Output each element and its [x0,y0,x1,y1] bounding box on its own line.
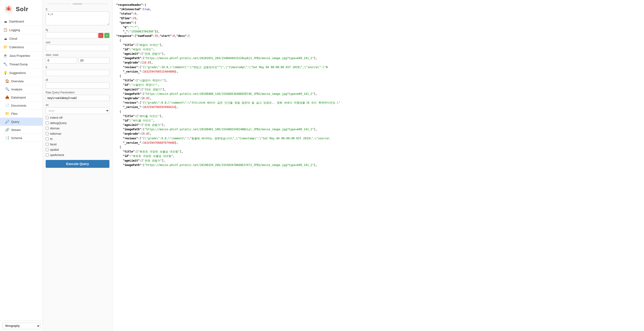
indent-off-label[interactable]: indent off [50,116,62,119]
sub-nav-dataimport-label: Dataimport [11,96,26,99]
thread-dump-icon: 🔧 [3,62,8,66]
sub-nav-query-label: Query [11,120,19,124]
fl-label: fl [46,66,110,69]
query-icon: 🔎 [5,120,9,124]
nav-suggestions[interactable]: 💡 Suggestions [0,68,43,77]
fq-remove-button[interactable]: - [98,33,104,38]
hl-checkbox[interactable] [46,138,49,140]
debug-query-row: debugQuery [46,121,110,125]
spellcheck-row: spellcheck [46,153,110,157]
analysis-icon: 🔍 [5,87,9,91]
spellcheck-checkbox[interactable] [46,154,49,156]
q-input[interactable]: *:* [46,11,110,25]
sub-nav-query[interactable]: 🔎 Query [0,118,43,126]
sub-nav-overview[interactable]: 🏠 Overview [0,77,43,85]
dismax-checkbox[interactable] [46,127,49,130]
files-icon: 📁 [5,112,9,116]
hl-label[interactable]: hl [50,137,52,141]
rows-input[interactable] [78,57,110,64]
nav-cloud-label: Cloud [9,37,17,40]
fq-add-button[interactable]: + [104,33,110,38]
debug-query-checkbox[interactable] [46,122,49,124]
dataimport-icon: 📥 [5,95,9,100]
core-selector[interactable]: filmography [2,323,40,329]
schema-icon: 📑 [5,136,9,140]
common-section-title: common [46,2,110,5]
nav-java-properties-label: Java Properties [9,54,30,58]
indent-off-row: indent off [46,116,110,119]
sub-nav-dataimport[interactable]: 📥 Dataimport [0,94,43,102]
suggestions-icon: 💡 [3,71,8,75]
sub-nav-stream-label: Stream [11,128,21,132]
core-selector-area: filmography [0,320,43,331]
solr-logo-icon [4,4,14,14]
facet-label[interactable]: facet [50,142,56,146]
spellcheck-label[interactable]: spellcheck [50,153,64,157]
start-input[interactable] [46,57,77,64]
debug-query-label[interactable]: debugQuery [50,121,67,125]
nav-dashboard-label: Dashboard [9,20,24,23]
sub-nav-analysis-label: Analysis [11,88,22,91]
overview-icon: 🏠 [5,79,9,83]
wt-select[interactable]: ------ json xml csv [46,107,110,114]
sub-nav-schema[interactable]: 📑 Schema [0,134,43,142]
facet-checkbox[interactable] [46,143,49,146]
nav-dashboard[interactable]: ☁ Dashboard [0,17,43,26]
sub-nav-schema-label: Schema [11,136,22,140]
collections-icon: 📁 [3,45,8,49]
nav-thread-dump[interactable]: 🔧 Thread Dump [0,60,43,68]
sidebar: Solr ☁ Dashboard 📋 Logging ☁ Cloud 📁 Col… [0,0,43,331]
documents-icon: 📄 [5,104,9,108]
indent-off-checkbox[interactable] [46,116,49,119]
raw-query-input[interactable] [46,95,110,101]
nav-logging[interactable]: 📋 Logging [0,26,43,34]
hl-row: hl [46,137,110,141]
start-rows-label: start, rows [46,53,110,56]
df-input[interactable] [46,82,110,88]
json-result: "responseHeader":{ "zkConnected":true, "… [116,3,640,167]
fq-label: fq [46,28,110,32]
nav-suggestions-label: Suggestions [9,71,26,75]
solr-brand-text: Solr [16,6,28,13]
svg-point-1 [8,8,10,10]
raw-query-label: Raw Query Parameters [46,91,110,94]
sub-nav-overview-label: Overview [11,80,24,83]
spatial-row: spatial [46,148,110,151]
sub-nav-files[interactable]: 📁 Files [0,110,43,118]
dismax-row: dismax [46,126,110,130]
sub-nav-analysis[interactable]: 🔍 Analysis [0,85,43,94]
logging-icon: 📋 [3,28,8,32]
dismax-label[interactable]: dismax [50,126,60,130]
edismax-checkbox[interactable] [46,132,49,135]
query-panel: common q *:* fq - + sort start, rows fl … [43,0,112,331]
nav-logging-label: Logging [9,28,20,32]
logo-area: Solr [0,0,43,17]
nav-collections[interactable]: 📁 Collections [0,43,43,52]
spatial-checkbox[interactable] [46,148,49,151]
sort-label: sort [46,41,110,44]
sort-input[interactable] [46,45,110,51]
java-properties-icon: ☕ [3,54,8,58]
dashboard-icon: ☁ [3,19,8,24]
execute-query-button[interactable]: Execute Query [46,160,110,168]
wt-label: wt [46,104,110,106]
nav-collections-label: Collections [9,46,24,49]
q-label: q [46,8,110,11]
facet-row: facet [46,142,110,146]
sub-nav-documents[interactable]: 📄 Documents [0,102,43,110]
fq-row: - + [46,32,110,38]
spatial-label[interactable]: spatial [50,148,59,151]
nav-java-properties[interactable]: ☕ Java Properties [0,52,43,60]
nav-cloud[interactable]: ☁ Cloud [0,34,43,43]
stream-icon: 🔗 [5,128,9,132]
sub-nav-stream[interactable]: 🔗 Stream [0,126,43,134]
edismax-label[interactable]: edismax [50,132,61,135]
fl-input[interactable] [46,70,110,76]
edismax-row: edismax [46,132,110,135]
fq-input[interactable] [46,32,97,38]
sub-nav-files-label: Files [11,112,18,116]
nav-thread-dump-label: Thread Dump [9,62,28,66]
results-panel: "responseHeader":{ "zkConnected":true, "… [112,0,644,331]
sub-nav-documents-label: Documents [11,104,26,107]
start-rows-row [46,57,110,64]
